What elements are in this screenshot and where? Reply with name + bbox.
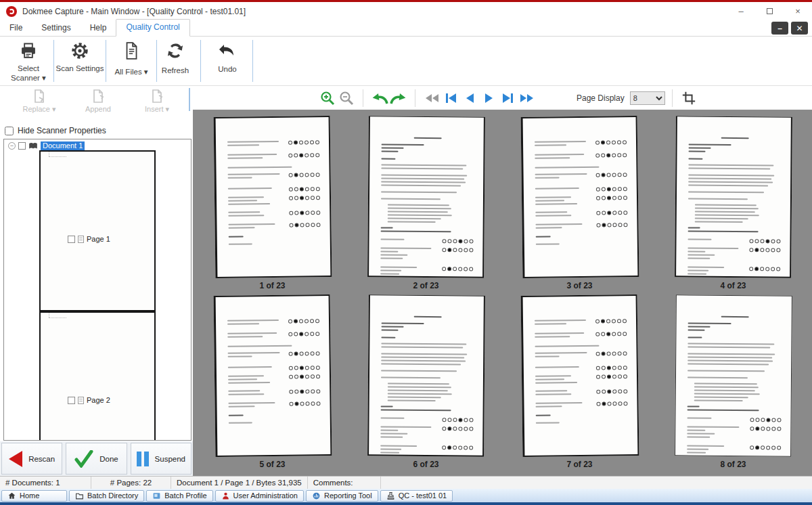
gear-icon — [70, 40, 89, 62]
all-files-label: All Files ▾ — [114, 67, 148, 76]
collapse-icon[interactable]: − — [8, 142, 16, 150]
page-checkbox[interactable] — [68, 236, 75, 243]
thumbnail-cell[interactable]: 1 of 23 — [196, 116, 349, 290]
tree-page-label[interactable]: Page 1 — [87, 235, 110, 243]
pause-icon — [137, 452, 149, 466]
taskbar-button-reporting-tool[interactable]: Reporting Tool — [306, 490, 378, 502]
all-files-button[interactable]: All Files ▾ — [107, 40, 156, 83]
append-label: Append — [85, 105, 111, 113]
answer-bubbles — [442, 267, 473, 271]
tree-page-label[interactable]: Page 2 — [87, 396, 110, 404]
answer-bubbles — [289, 223, 320, 227]
page-thumbnail[interactable] — [520, 116, 639, 278]
tree-page-row[interactable]: Page 2 — [39, 311, 156, 441]
thumbnail-page-label: 3 of 23 — [503, 281, 656, 290]
menu-file[interactable]: File — [0, 20, 32, 36]
zoom-out-button[interactable] — [337, 89, 356, 107]
crop-icon[interactable] — [679, 89, 698, 107]
page-thumbnail[interactable] — [675, 294, 792, 456]
taskbar-button-home[interactable]: Home — [1, 490, 67, 502]
minimize-button[interactable]: – — [727, 2, 755, 20]
first-page-button[interactable] — [441, 89, 460, 107]
menu-help[interactable]: Help — [81, 20, 116, 36]
thumbnail-cell[interactable]: 6 of 23 — [349, 295, 503, 469]
page-checkbox[interactable] — [68, 397, 75, 404]
answer-bubbles — [596, 223, 627, 227]
fast-backward-button[interactable] — [422, 89, 441, 107]
answer-bubbles — [288, 173, 319, 177]
toolbar-separator — [189, 88, 190, 111]
zoom-in-button[interactable] — [318, 89, 337, 107]
answer-bubbles — [288, 153, 319, 158]
tree-page-row[interactable]: Page 1 — [39, 150, 156, 311]
page-display-select[interactable]: 8 — [630, 91, 665, 105]
hide-scanner-properties-checkbox[interactable] — [5, 127, 14, 135]
answer-bubbles — [442, 445, 473, 449]
title-bar: Dokmee Capture - Main Window - [Quality … — [0, 2, 812, 20]
thumbnail-cell[interactable]: 2 of 23 — [349, 116, 503, 290]
page-thumbnail[interactable] — [213, 294, 332, 457]
thumbnail-cell[interactable]: 4 of 23 — [656, 116, 810, 290]
status-bar: # Documents: 1 # Pages: 22 Document 1 / … — [0, 476, 812, 489]
report-icon — [312, 491, 321, 500]
taskbar-button-batch-profile[interactable]: Batch Profile — [146, 490, 212, 502]
app-window: Dokmee Capture - Main Window - [Quality … — [0, 0, 812, 505]
previous-page-button[interactable] — [460, 89, 479, 107]
close-button[interactable]: × — [784, 2, 812, 20]
suspend-button[interactable]: Suspend — [131, 443, 191, 475]
select-scanner-label: Select Scanner ▾ — [4, 64, 53, 83]
taskbar-button-label: Reporting Tool — [324, 491, 372, 500]
document-tree-panel[interactable]: − Document 1 Page 1Page 2Page 3Page 4Pag… — [3, 139, 191, 441]
maximize-button[interactable] — [755, 2, 784, 20]
tab-quality-control[interactable]: Quality Control — [116, 19, 189, 37]
append-button[interactable]: Append — [71, 88, 125, 113]
tree-pages-list: Page 1Page 2Page 3Page 4Page 5Page 6Page… — [4, 150, 191, 441]
rotate-redo-button[interactable] — [389, 89, 408, 107]
answer-bubbles — [595, 140, 626, 145]
page-thumbnail[interactable] — [213, 116, 332, 278]
page-thumbnail[interactable] — [675, 116, 792, 278]
taskbar-button-label: Batch Profile — [164, 491, 206, 500]
done-button[interactable]: Done — [66, 443, 127, 475]
tree-document-row[interactable]: − Document 1 — [4, 141, 191, 150]
thumbnail-cell[interactable]: 7 of 23 — [503, 295, 656, 469]
rotate-undo-button[interactable] — [370, 89, 389, 107]
fast-forward-button[interactable] — [517, 89, 536, 107]
refresh-button[interactable]: Refresh — [153, 40, 198, 83]
menu-settings[interactable]: Settings — [32, 20, 80, 36]
mdi-close-button[interactable]: ✕ — [791, 22, 808, 35]
insert-button[interactable]: Insert ▾ — [130, 88, 184, 114]
last-page-button[interactable] — [498, 89, 517, 107]
mdi-minimize-button[interactable]: – — [771, 22, 788, 35]
undo-button[interactable]: Undo — [203, 40, 252, 83]
answer-bubbles — [288, 196, 319, 200]
page-thumbnail[interactable] — [367, 294, 485, 456]
insert-page-icon — [149, 88, 165, 104]
thumbnail-cell[interactable]: 5 of 23 — [196, 295, 349, 469]
scan-settings-button[interactable]: Scan Settings — [55, 40, 104, 83]
menu-bar: File Settings Help Quality Control – ✕ — [0, 20, 812, 37]
thumbnail-cell[interactable]: 8 of 23 — [656, 295, 810, 469]
taskbar-button-qc-test01-01[interactable]: QC - test01 01 — [380, 490, 453, 502]
file-icon — [122, 40, 140, 62]
tree-document-label[interactable]: Document 1 — [41, 141, 85, 150]
folder-icon — [75, 491, 84, 500]
thumbnail-cell[interactable]: 3 of 23 — [503, 116, 656, 290]
rescan-button[interactable]: Rescan — [1, 443, 62, 475]
toolbar-separator — [200, 40, 201, 82]
answer-bubbles — [442, 248, 473, 252]
page-thumbnail[interactable] — [367, 116, 485, 278]
taskbar-button-batch-directory[interactable]: Batch Directory — [69, 490, 144, 502]
next-page-button[interactable] — [479, 89, 498, 107]
select-scanner-button[interactable]: Select Scanner ▾ — [4, 40, 53, 83]
printer-icon — [19, 40, 38, 62]
answer-bubbles — [288, 332, 319, 336]
thumbnail-canvas[interactable]: 1 of 232 of 233 of 234 of 235 of 236 of … — [193, 110, 812, 476]
answer-bubbles — [288, 319, 319, 324]
taskbar-button-user-administration[interactable]: User Administration — [215, 490, 304, 502]
page-thumbnail[interactable] — [520, 294, 639, 457]
window-title: Dokmee Capture - Main Window - [Quality … — [22, 7, 246, 16]
document-checkbox[interactable] — [18, 142, 26, 150]
replace-button[interactable]: Replace ▾ — [12, 88, 66, 114]
profile-icon — [152, 491, 161, 500]
